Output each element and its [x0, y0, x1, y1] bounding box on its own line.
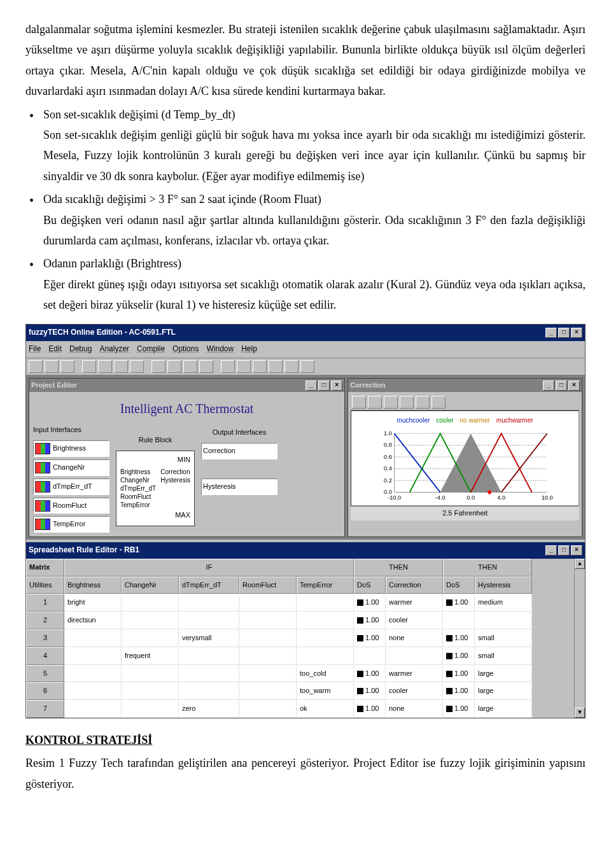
- rule-cell[interactable]: [297, 629, 354, 647]
- maximize-button[interactable]: □: [558, 328, 570, 338]
- rule-row[interactable]: 6too_warm1.00cooler1.00large: [26, 682, 574, 700]
- toolbar-button[interactable]: [151, 360, 165, 373]
- rule-cell[interactable]: [239, 682, 297, 700]
- dos-cell[interactable]: 1.00: [354, 665, 386, 683]
- rule-row[interactable]: 4frequent1.00small: [26, 647, 574, 665]
- rule-cell[interactable]: [179, 665, 239, 683]
- rule-cell[interactable]: 4: [26, 647, 64, 665]
- toolbar-button[interactable]: [130, 360, 144, 373]
- rule-cell[interactable]: [297, 612, 354, 629]
- toolbar-button[interactable]: [82, 360, 96, 373]
- dos-cell[interactable]: 1.00: [354, 700, 386, 718]
- close-button[interactable]: ×: [331, 381, 342, 391]
- minimize-button[interactable]: _: [545, 328, 557, 338]
- minimize-button[interactable]: _: [545, 545, 557, 556]
- input-node-brightness[interactable]: Brightness: [33, 440, 109, 457]
- rule-cell[interactable]: small: [475, 647, 532, 665]
- rule-cell[interactable]: 3: [26, 629, 64, 647]
- rule-cell[interactable]: [122, 612, 179, 629]
- rule-cell[interactable]: 5: [26, 665, 64, 683]
- rule-cell[interactable]: [64, 700, 122, 718]
- toolbar-button[interactable]: [45, 360, 59, 373]
- rule-cell[interactable]: [475, 612, 532, 629]
- rule-cell[interactable]: [239, 594, 297, 612]
- rule-cell[interactable]: [179, 594, 239, 612]
- rule-cell[interactable]: [239, 629, 297, 647]
- col-roomfluct[interactable]: RoomFluct: [239, 577, 297, 594]
- rule-cell[interactable]: [386, 647, 443, 665]
- toolbar-button[interactable]: [167, 360, 181, 373]
- rule-row[interactable]: 3verysmall1.00none1.00small: [26, 629, 574, 647]
- menu-debug[interactable]: Debug: [69, 342, 92, 356]
- rule-cell[interactable]: ok: [297, 700, 354, 718]
- rule-row[interactable]: 7zerook1.00none1.00large: [26, 700, 574, 718]
- rule-cell[interactable]: [122, 629, 179, 647]
- correction-titlebar[interactable]: Correction _ □ ×: [348, 379, 582, 393]
- scroll-up-button[interactable]: ▲: [575, 559, 585, 569]
- dos-cell[interactable]: 1.00: [354, 629, 386, 647]
- matrix-button[interactable]: Matrix: [26, 559, 64, 577]
- maximize-button[interactable]: □: [558, 545, 570, 556]
- toolbar-button[interactable]: [416, 396, 430, 409]
- rule-cell[interactable]: frequent: [122, 647, 179, 665]
- close-button[interactable]: ×: [571, 545, 582, 556]
- maximize-button[interactable]: □: [318, 381, 330, 391]
- col-temperror[interactable]: TempError: [297, 577, 354, 594]
- rule-cell[interactable]: cooler: [386, 612, 443, 629]
- rule-cell[interactable]: [239, 665, 297, 683]
- rule-cell[interactable]: small: [475, 629, 532, 647]
- rule-cell[interactable]: none: [386, 700, 443, 718]
- toolbar-button[interactable]: [432, 396, 446, 409]
- toolbar-button[interactable]: [368, 396, 382, 409]
- rule-block[interactable]: MIN Brightness ChangeNr dTmpErr_dT RoomF…: [116, 451, 195, 526]
- rule-cell[interactable]: 6: [26, 682, 64, 700]
- toolbar-button[interactable]: [114, 360, 128, 373]
- dos-cell[interactable]: 1.00: [443, 647, 475, 665]
- toolbar-button[interactable]: [269, 360, 283, 373]
- rule-editor-titlebar[interactable]: Spreadsheet Rule Editor - RB1 _ □ ×: [26, 542, 585, 559]
- rule-cell[interactable]: [179, 647, 239, 665]
- rule-cell[interactable]: [179, 612, 239, 629]
- output-node-hysteresis[interactable]: Hysteresis: [201, 479, 277, 495]
- vertical-scrollbar[interactable]: ▲ ▼: [574, 559, 585, 718]
- project-editor-titlebar[interactable]: Project Editor _ □ ×: [29, 379, 344, 393]
- maximize-button[interactable]: □: [556, 381, 567, 391]
- toolbar-button[interactable]: [237, 360, 251, 373]
- rule-cell[interactable]: [64, 647, 122, 665]
- toolbar-button[interactable]: [352, 396, 366, 409]
- rule-cell[interactable]: zero: [179, 700, 239, 718]
- toolbar-button[interactable]: [29, 360, 43, 373]
- menu-edit[interactable]: Edit: [48, 342, 62, 356]
- rule-cell[interactable]: [239, 700, 297, 718]
- main-titlebar[interactable]: fuzzyTECH Online Edition - AC-0591.FTL _…: [26, 325, 585, 341]
- rule-row[interactable]: 5too_cold1.00warmer1.00large: [26, 665, 574, 683]
- col-changenr[interactable]: ChangeNr: [122, 577, 179, 594]
- dos-cell[interactable]: 1.00: [443, 629, 475, 647]
- input-node-roomfluct[interactable]: RoomFluct: [33, 498, 109, 514]
- rule-cell[interactable]: [297, 594, 354, 612]
- output-node-correction[interactable]: Correction: [201, 443, 277, 459]
- rule-cell[interactable]: [297, 647, 354, 665]
- menu-window[interactable]: Window: [206, 342, 234, 356]
- toolbar-button[interactable]: [183, 360, 197, 373]
- dos-cell[interactable]: 1.00: [443, 700, 475, 718]
- rule-cell[interactable]: [122, 682, 179, 700]
- dos-cell[interactable]: 1.00: [443, 594, 475, 612]
- col-brightness[interactable]: Brightness: [64, 577, 122, 594]
- rule-row[interactable]: 2directsun1.00cooler: [26, 612, 574, 629]
- dos-cell[interactable]: 1.00: [443, 682, 475, 700]
- rule-cell[interactable]: too_warm: [297, 682, 354, 700]
- rule-cell[interactable]: [64, 682, 122, 700]
- rule-cell[interactable]: 2: [26, 612, 64, 629]
- dos-cell[interactable]: [443, 612, 475, 629]
- rule-cell[interactable]: verysmall: [179, 629, 239, 647]
- col-dos-1[interactable]: DoS: [354, 577, 386, 594]
- input-node-changenr[interactable]: ChangeNr: [33, 459, 109, 476]
- menu-file[interactable]: File: [29, 342, 41, 356]
- toolbar-button[interactable]: [384, 396, 398, 409]
- toolbar-button[interactable]: [199, 360, 213, 373]
- toolbar-button[interactable]: [60, 360, 74, 373]
- input-node-temperror[interactable]: TempError: [33, 516, 109, 533]
- rule-cell[interactable]: [239, 612, 297, 629]
- dos-cell[interactable]: 1.00: [354, 682, 386, 700]
